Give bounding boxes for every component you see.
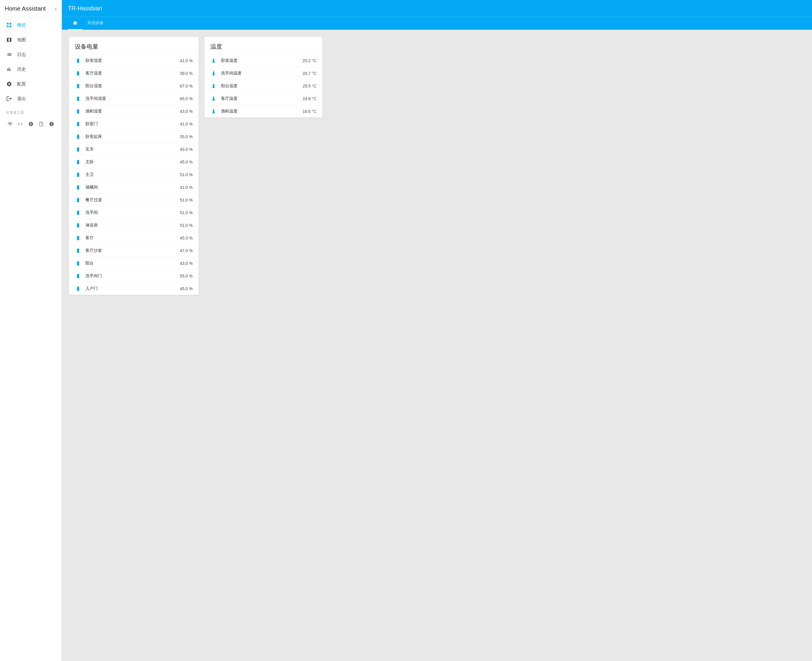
gear-icon [6, 81, 12, 87]
power-row-label: 洗手间门 [85, 273, 176, 279]
power-row: 酒柜湿度 43.0 % [69, 105, 198, 118]
dev-file-icon[interactable] [37, 119, 45, 129]
sidebar-item-history[interactable]: 历史 [0, 62, 62, 77]
temp-row-value: 24.7 °C [302, 71, 316, 76]
sidebar-item-log[interactable]: 日志 [0, 47, 62, 62]
power-row-label: 卧室起床 [85, 134, 176, 139]
battery-icon [75, 109, 82, 114]
power-row: 主卧 45.0 % [69, 155, 198, 168]
battery-icon [75, 147, 82, 152]
temp-card-title: 温度 [205, 37, 322, 54]
battery-icon [75, 96, 82, 101]
power-row: 玄关 43.0 % [69, 143, 198, 155]
dev-code-icon[interactable] [16, 119, 24, 129]
thermometer-icon [210, 71, 217, 76]
power-row: 主卫 51.0 % [69, 168, 198, 181]
grid-icon [6, 22, 12, 28]
sidebar-item-logout[interactable]: 退出 [0, 91, 62, 106]
battery-icon [75, 248, 82, 253]
sidebar-item-label: 地图 [17, 37, 26, 43]
temp-row: 客厅温度 24.8 °C [205, 92, 322, 105]
power-row-value: 45.0 % [180, 236, 193, 240]
dev-info-icon[interactable] [48, 119, 56, 129]
dev-radio-icon[interactable] [27, 119, 35, 129]
power-row-label: 入户门 [85, 286, 176, 291]
sidebar-header: Home Assistant ‹ [0, 0, 62, 18]
power-row: 卧室湿度 41.0 % [69, 54, 198, 67]
thermometer-icon [210, 83, 217, 89]
temp-row-value: 24.8 °C [302, 96, 316, 101]
battery-icon [75, 83, 82, 89]
power-rows: 卧室湿度 41.0 % 客厅湿度 39.0 % 阳台湿度 67.0 % 洗手间湿… [69, 54, 198, 295]
power-row-value: 45.0 % [180, 286, 193, 291]
power-row-value: 51.0 % [180, 198, 193, 202]
temp-card: 温度 卧室温度 25.2 °C 洗手间温度 24.7 °C 阳台温度 25.5 … [205, 37, 322, 118]
temp-row: 卧室温度 25.2 °C [205, 54, 322, 67]
power-row-value: 41.0 % [180, 185, 193, 190]
collapse-button[interactable]: ‹ [55, 5, 57, 12]
battery-icon [75, 261, 82, 266]
power-row-value: 43.0 % [180, 109, 193, 114]
power-card: 设备电量 卧室湿度 41.0 % 客厅湿度 39.0 % 阳台湿度 67.0 %… [69, 37, 198, 295]
power-row-label: 阳台 [85, 261, 176, 266]
thermometer-icon [210, 58, 217, 63]
power-row-label: 洗手间 [85, 210, 176, 216]
battery-icon [75, 286, 82, 291]
app-title: Home Assistant [5, 5, 46, 12]
power-row: 洗手间湿度 65.0 % [69, 92, 198, 105]
temp-row: 洗手间温度 24.7 °C [205, 67, 322, 80]
dev-tools-label: 开发者工具 [0, 106, 62, 117]
thermometer-icon [210, 109, 217, 114]
power-row-value: 43.0 % [180, 261, 193, 266]
power-row-value: 41.0 % [180, 58, 193, 63]
dev-wifi-icon[interactable] [6, 119, 14, 129]
power-row-label: 阳台湿度 [85, 83, 176, 89]
tab-other-devices[interactable]: 其他设备 [83, 17, 109, 30]
dev-tools-icons [0, 117, 62, 131]
power-row-value: 55.0 % [180, 274, 193, 278]
temp-row-label: 酒柜温度 [221, 109, 299, 114]
battery-icon [75, 134, 82, 139]
power-row-value: 67.0 % [180, 84, 193, 88]
power-row: 客厅沙发 47.0 % [69, 244, 198, 257]
power-row-value: 51.0 % [180, 172, 193, 177]
temp-row-value: 25.5 °C [302, 84, 316, 88]
battery-icon [75, 197, 82, 203]
power-row-value: 35.0 % [180, 134, 193, 139]
power-row-value: 51.0 % [180, 210, 193, 215]
content-area: 设备电量 卧室湿度 41.0 % 客厅湿度 39.0 % 阳台湿度 67.0 %… [62, 30, 812, 661]
power-row-label: 酒柜湿度 [85, 109, 176, 114]
exit-icon [6, 96, 12, 102]
sidebar: Home Assistant ‹ 概览 地图 日志 历史 配置 退出 开发者工具 [0, 0, 62, 661]
power-row: 阳台湿度 67.0 % [69, 80, 198, 92]
tabbar: 其他设备 [62, 16, 812, 30]
power-row-label: 卧室湿度 [85, 58, 176, 63]
power-row-label: 餐厅过道 [85, 197, 176, 203]
power-row-label: 洗手间湿度 [85, 96, 176, 101]
temp-row: 阳台温度 25.5 °C [205, 80, 322, 92]
battery-icon [75, 223, 82, 228]
power-row-label: 储藏间 [85, 185, 176, 190]
sidebar-item-map[interactable]: 地图 [0, 32, 62, 47]
temp-row-value: 16.6 °C [302, 109, 316, 114]
power-row-value: 39.0 % [180, 71, 193, 76]
power-row-value: 43.0 % [180, 147, 193, 152]
temp-rows: 卧室温度 25.2 °C 洗手间温度 24.7 °C 阳台温度 25.5 °C … [205, 54, 322, 118]
sidebar-item-config[interactable]: 配置 [0, 77, 62, 91]
power-row: 阳台 43.0 % [69, 257, 198, 270]
main-area: TR-Hassbian 其他设备 设备电量 卧室湿度 41.0 % 客厅湿度 3… [62, 0, 812, 661]
power-row: 储藏间 41.0 % [69, 181, 198, 193]
power-row-label: 主卧 [85, 160, 176, 164]
thermometer-icon [210, 96, 217, 101]
sidebar-item-label: 退出 [17, 96, 26, 102]
battery-icon [75, 185, 82, 190]
power-row: 洗手间 51.0 % [69, 206, 198, 219]
power-row-value: 51.0 % [180, 223, 193, 228]
power-row-label: 玄关 [85, 147, 176, 152]
nav-list: 概览 地图 日志 历史 配置 退出 [0, 18, 62, 106]
battery-icon [75, 121, 82, 127]
power-row: 餐厅过道 51.0 % [69, 193, 198, 206]
tab-home[interactable] [68, 17, 83, 30]
sidebar-item-overview[interactable]: 概览 [0, 18, 62, 32]
bar-chart-icon [6, 66, 12, 72]
